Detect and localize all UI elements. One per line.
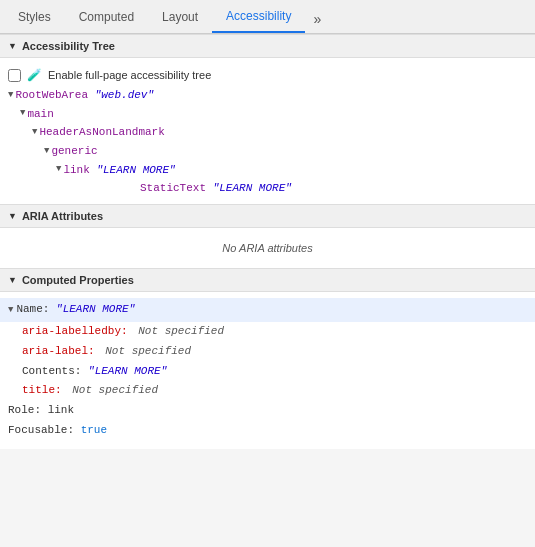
computed-aria-labelledby-row: aria-labelledby: Not specified <box>22 322 527 342</box>
tab-layout[interactable]: Layout <box>148 0 212 33</box>
computed-name-key: Name: <box>16 300 49 320</box>
aria-attributes-title: ARIA Attributes <box>22 210 103 222</box>
computed-aria-label-row: aria-label: Not specified <box>22 342 527 362</box>
computed-properties-toggle-icon: ▼ <box>8 275 17 285</box>
aria-attributes-header[interactable]: ▼ ARIA Attributes <box>0 204 535 228</box>
tree-row-main[interactable]: ▼ main <box>20 105 527 124</box>
beaker-icon: 🧪 <box>27 68 42 82</box>
role-value: link <box>48 401 74 421</box>
aria-attributes-body: No ARIA attributes <box>0 228 535 268</box>
root-triangle-icon: ▼ <box>8 88 13 103</box>
link-node-name: link <box>63 161 89 180</box>
root-node-value: "web.dev" <box>95 86 154 105</box>
tree-row-link[interactable]: ▼ link "LEARN MORE" <box>56 161 527 180</box>
title-key: title: <box>22 381 62 401</box>
link-node-value: "LEARN MORE" <box>96 161 175 180</box>
header-triangle-icon: ▼ <box>32 125 37 140</box>
tab-computed[interactable]: Computed <box>65 0 148 33</box>
root-node-name: RootWebArea <box>15 86 88 105</box>
main-triangle-icon: ▼ <box>20 106 25 121</box>
tab-styles[interactable]: Styles <box>4 0 65 33</box>
link-triangle-icon: ▼ <box>56 162 61 177</box>
main-node-name: main <box>27 105 53 124</box>
contents-key: Contents: <box>22 362 81 382</box>
tree-row-generic[interactable]: ▼ generic <box>44 142 527 161</box>
aria-label-value: Not specified <box>105 342 191 362</box>
static-text-node-name: StaticText <box>140 179 206 198</box>
header-node-name: HeaderAsNonLandmark <box>39 123 164 142</box>
contents-value: "LEARN MORE" <box>88 362 167 382</box>
computed-focusable-row: Focusable: true <box>8 421 527 441</box>
static-text-node-value: "LEARN MORE" <box>213 179 292 198</box>
generic-node-name: generic <box>51 142 97 161</box>
computed-name-value: "LEARN MORE" <box>56 300 135 320</box>
accessibility-tree-title: Accessibility Tree <box>22 40 115 52</box>
computed-role-row: Role: link <box>8 401 527 421</box>
focusable-key: Focusable: <box>8 421 74 441</box>
tree-row-statictext[interactable]: StaticText "LEARN MORE" <box>140 179 527 198</box>
enable-accessibility-checkbox[interactable] <box>8 69 21 82</box>
tabs-bar: Styles Computed Layout Accessibility » <box>0 0 535 34</box>
tree-row-header[interactable]: ▼ HeaderAsNonLandmark <box>32 123 527 142</box>
accessibility-tree-toggle-icon: ▼ <box>8 41 17 51</box>
tabs-more-button[interactable]: » <box>305 5 329 33</box>
computed-contents-row: Contents: "LEARN MORE" <box>22 362 527 382</box>
focusable-value: true <box>81 421 107 441</box>
computed-properties-body: ▼ Name: "LEARN MORE" aria-labelledby: No… <box>0 292 535 449</box>
tab-accessibility[interactable]: Accessibility <box>212 0 305 33</box>
aria-labelledby-value: Not specified <box>138 322 224 342</box>
computed-properties-header[interactable]: ▼ Computed Properties <box>0 268 535 292</box>
name-triangle-icon: ▼ <box>8 302 13 318</box>
accessibility-tree-body: 🧪 Enable full-page accessibility tree ▼ … <box>0 58 535 204</box>
enable-accessibility-row: 🧪 Enable full-page accessibility tree <box>8 64 527 86</box>
accessibility-panel: ▼ Accessibility Tree 🧪 Enable full-page … <box>0 34 535 449</box>
computed-properties-title: Computed Properties <box>22 274 134 286</box>
computed-title-row: title: Not specified <box>22 381 527 401</box>
aria-labelledby-key: aria-labelledby: <box>22 322 128 342</box>
generic-triangle-icon: ▼ <box>44 144 49 159</box>
accessibility-tree-header[interactable]: ▼ Accessibility Tree <box>0 34 535 58</box>
tree-items: ▼ RootWebArea "web.dev" ▼ main ▼ HeaderA… <box>8 86 527 198</box>
computed-name-row[interactable]: ▼ Name: "LEARN MORE" <box>0 298 535 322</box>
enable-accessibility-label: Enable full-page accessibility tree <box>48 69 211 81</box>
aria-label-key: aria-label: <box>22 342 95 362</box>
aria-attributes-toggle-icon: ▼ <box>8 211 17 221</box>
title-value: Not specified <box>72 381 158 401</box>
tree-row-root[interactable]: ▼ RootWebArea "web.dev" <box>8 86 527 105</box>
aria-empty-message: No ARIA attributes <box>222 242 312 254</box>
role-key: Role: <box>8 401 41 421</box>
